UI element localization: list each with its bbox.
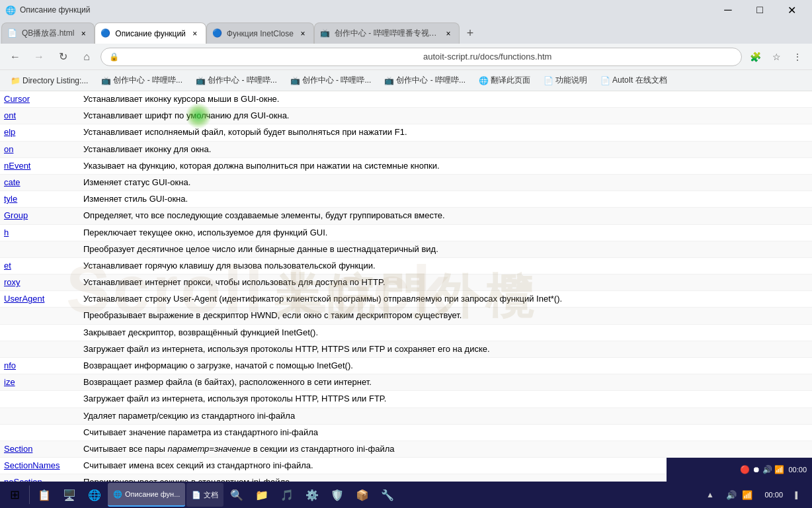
taskbar-icon-search[interactable]: 🔍 xyxy=(225,483,249,507)
bookmark-autoit[interactable]: 📄 AutoIt 在线文档 xyxy=(595,73,672,89)
table-row[interactable]: GroupОпределяет, что все последующие соз… xyxy=(0,208,812,224)
func-name-cell[interactable]: Section xyxy=(0,441,79,457)
taskbar-icon-media[interactable]: 🎵 xyxy=(275,483,299,507)
table-row[interactable]: tyleИзменяет стиль GUI-окна. xyxy=(0,191,812,208)
close-button[interactable]: ✕ xyxy=(776,0,807,20)
tab-label-functions: Описание функций xyxy=(115,29,185,38)
table-row[interactable]: Загружает файл из интернета, используя п… xyxy=(0,341,812,357)
func-name-cell[interactable]: cate xyxy=(0,174,79,190)
func-name-cell[interactable]: SectionNames xyxy=(0,458,79,474)
minimize-button[interactable]: ─ xyxy=(713,0,743,20)
bookmark-bili3[interactable]: 📺 创作中心 - 哔哩哔... xyxy=(285,73,377,89)
table-row[interactable]: nEventУказывает на функцию, которая долж… xyxy=(0,157,812,174)
table-row[interactable]: hПереключает текущее окно, используемое … xyxy=(0,224,812,241)
table-row[interactable]: Считывает значение параметра из стандарт… xyxy=(0,424,812,441)
address-bar[interactable]: 🔒 autoit-script.ru/docs/functions.htm xyxy=(101,48,742,66)
bookmark-icon-directory: 📁 xyxy=(11,76,20,85)
taskbar-icon-1[interactable]: 📋 xyxy=(32,483,56,507)
func-name-cell[interactable]: Group xyxy=(0,208,79,224)
func-name-cell xyxy=(0,391,79,407)
func-name-cell[interactable]: ize xyxy=(0,374,79,391)
toolbar-icons: 🧩 ☆ ⋮ xyxy=(746,48,807,66)
func-name-cell xyxy=(0,424,79,441)
taskbar-icon-2[interactable]: 🖥️ xyxy=(58,483,81,507)
table-row[interactable]: roxyУстанавливает интернет прокси, чтобы… xyxy=(0,275,812,291)
bookmark-icon-bili3: 📺 xyxy=(290,76,300,85)
taskbar-icon-folder[interactable]: 📁 xyxy=(250,483,274,507)
taskbar-icon-settings[interactable]: ⚙️ xyxy=(300,483,324,507)
taskbar-browser-window[interactable]: 🌐 Описание фун... xyxy=(108,483,185,507)
table-row[interactable]: izeВозвращает размер файла (в байтах), р… xyxy=(0,374,812,391)
func-name-cell[interactable]: ont xyxy=(0,108,79,124)
bookmark-icon-bili1: 📺 xyxy=(101,76,110,85)
bookmark-funcdesc[interactable]: 📄 功能说明 xyxy=(538,73,592,89)
tab-close-player[interactable]: × xyxy=(78,28,89,39)
table-row[interactable]: Загружает файл из интернета, используя п… xyxy=(0,391,812,407)
tab-inetclose[interactable]: 🔵 Функция InetClose × xyxy=(206,22,314,44)
settings-button[interactable]: ⋮ xyxy=(788,48,807,66)
new-tab-button[interactable]: + xyxy=(460,22,481,44)
table-row[interactable]: onУстанавливает иконку для окна. xyxy=(0,141,812,157)
tab-close-bilibili[interactable]: × xyxy=(443,28,454,39)
table-row[interactable]: CursorУстанавливает иконку курсора мыши … xyxy=(0,91,812,108)
bookmark-bili2[interactable]: 📺 创作中心 - 哔哩哔... xyxy=(190,73,282,89)
tab-player[interactable]: 📄 QB播放器.html × xyxy=(1,22,95,44)
table-row[interactable]: SectionСчитывает все пары параметр=значе… xyxy=(0,441,812,457)
tab-close-inetclose[interactable]: × xyxy=(298,28,308,39)
taskbar-doc-window[interactable]: 📄 文档 xyxy=(186,483,223,507)
back-button[interactable]: ← xyxy=(5,47,25,67)
home-button[interactable]: ⌂ xyxy=(77,47,97,67)
taskbar-icon-browser[interactable]: 🌐 xyxy=(83,483,106,507)
tab-favicon-player: 📄 xyxy=(7,28,18,39)
func-name-cell[interactable]: tyle xyxy=(0,191,79,208)
func-name-cell[interactable]: UserAgent xyxy=(0,291,79,308)
start-button[interactable]: ⊞ xyxy=(3,483,26,507)
func-desc-cell: Изменяет стиль GUI-окна. xyxy=(79,191,812,208)
tab-bilibili[interactable]: 📺 创作中心 - 哔哩哔哩番专视频网 × xyxy=(314,22,460,44)
bookmark-bili4[interactable]: 📺 创作中心 - 哔哩哔... xyxy=(379,73,471,89)
bookmark-icon-funcdesc: 📄 xyxy=(544,76,553,85)
func-name-cell[interactable]: on xyxy=(0,141,79,157)
taskbar-icon-security[interactable]: 🛡️ xyxy=(325,483,349,507)
func-name-cell[interactable]: Cursor xyxy=(0,91,79,108)
bookmark-translate[interactable]: 🌐 翻译此页面 xyxy=(473,73,536,89)
function-table: CursorУстанавливает иконку курсора мыши … xyxy=(0,91,812,482)
taskbar-icon-tools[interactable]: 🔧 xyxy=(376,483,399,507)
bookmark-icon-bili4: 📺 xyxy=(384,76,393,85)
table-row[interactable]: cateИзменяет статус GUI-окна. xyxy=(0,174,812,190)
table-row[interactable]: ontУстанавливает шрифт по умолчанию для … xyxy=(0,108,812,124)
maximize-button[interactable]: □ xyxy=(745,0,775,20)
func-name-cell[interactable]: neSection xyxy=(0,474,79,482)
func-name-cell[interactable]: elp xyxy=(0,124,79,141)
taskbar-doc-label: 文档 xyxy=(204,490,218,500)
func-name-cell[interactable]: h xyxy=(0,224,79,241)
func-desc-cell: Считывает все пары параметр=значение в с… xyxy=(79,441,812,457)
refresh-button[interactable]: ↻ xyxy=(53,47,73,67)
bookmark-button[interactable]: ☆ xyxy=(767,48,786,66)
table-row[interactable]: Закрывает дескриптор, возвращённый функц… xyxy=(0,324,812,341)
extensions-button[interactable]: 🧩 xyxy=(746,48,764,66)
taskbar-icon-archive[interactable]: 📦 xyxy=(350,483,374,507)
func-name-cell[interactable]: et xyxy=(0,257,79,274)
func-name-cell[interactable]: nfo xyxy=(0,358,79,374)
func-desc-cell: Загружает файл из интернета, используя п… xyxy=(79,341,812,357)
show-desktop[interactable]: ▌ xyxy=(786,483,809,507)
tray-arrow[interactable]: ▲ xyxy=(698,483,722,507)
func-name-cell[interactable]: roxy xyxy=(0,275,79,291)
table-row[interactable]: Преобразывает выражение в дескриптор HWN… xyxy=(0,308,812,324)
bookmark-directory[interactable]: 📁 Directory Listing:... xyxy=(5,73,93,89)
func-name-cell[interactable]: nEvent xyxy=(0,157,79,174)
tray-network[interactable]: 📶 xyxy=(741,488,754,501)
tray-volume[interactable]: 🔊 xyxy=(725,488,738,501)
forward-button[interactable]: → xyxy=(29,47,49,67)
tab-functions[interactable]: 🔵 Описание функций × xyxy=(95,22,206,44)
func-desc-cell: Устанавливает иконку курсора мыши в GUI-… xyxy=(79,91,812,108)
table-row[interactable]: Преобразует десятичное целое число или б… xyxy=(0,241,812,257)
tab-close-functions[interactable]: × xyxy=(190,28,200,39)
table-row[interactable]: etУстанавливает горячую клавишу для вызо… xyxy=(0,257,812,274)
table-row[interactable]: Удаляет параметр/секцию из стандартного … xyxy=(0,407,812,424)
table-row[interactable]: elpУстанавливает исполняемый файл, котор… xyxy=(0,124,812,141)
bookmark-bili1[interactable]: 📺 创作中心 - 哔哩哔... xyxy=(96,73,188,89)
table-row[interactable]: nfoВозвращает информацию о загрузке, нач… xyxy=(0,358,812,374)
table-row[interactable]: UserAgentУстанавливает строку User-Agent… xyxy=(0,291,812,308)
